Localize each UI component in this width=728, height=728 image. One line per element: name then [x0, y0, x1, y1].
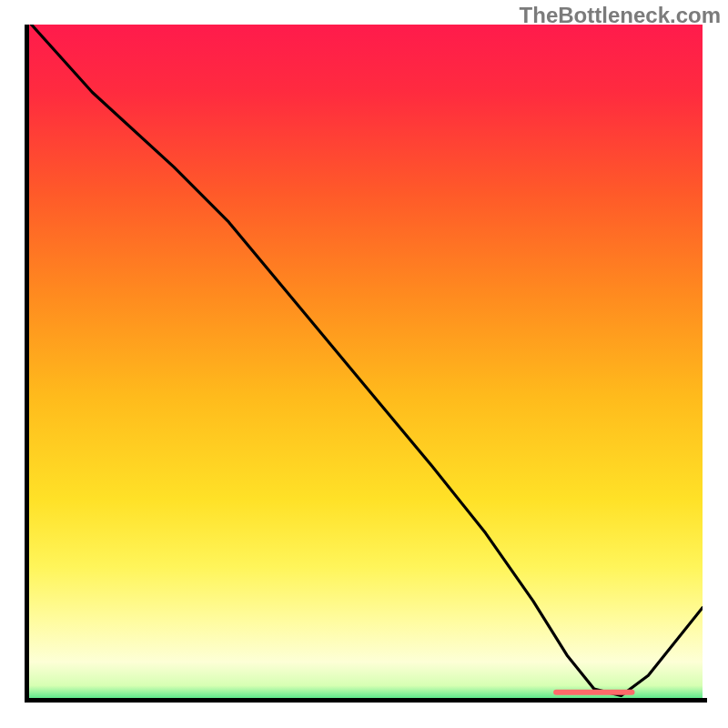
watermark-text: TheBottleneck.com	[520, 3, 721, 28]
chart-plot-area	[25, 25, 703, 703]
gradient-background	[25, 25, 703, 703]
x-axis	[25, 698, 707, 703]
optimal-zone-marker	[553, 690, 634, 695]
y-axis	[25, 25, 29, 703]
